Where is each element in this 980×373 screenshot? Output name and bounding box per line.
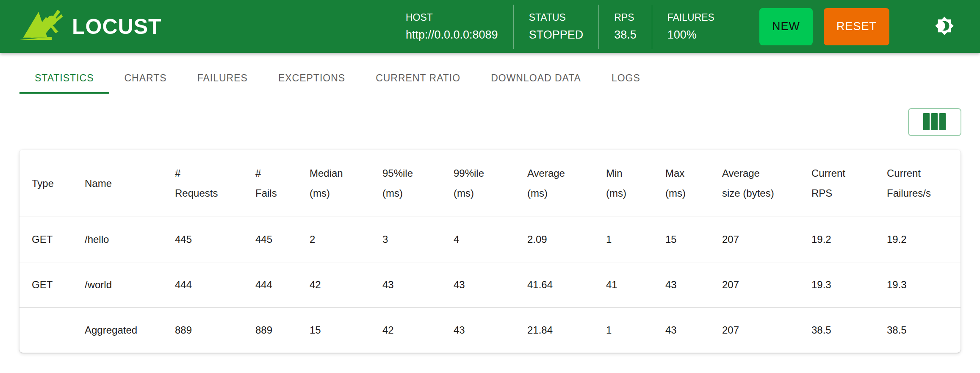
dark-mode-toggle-icon xyxy=(935,16,954,37)
header-stats: HOST http://0.0.0.0:8089 STATUS STOPPED … xyxy=(390,5,730,49)
tab-exceptions[interactable]: EXCEPTIONS xyxy=(263,62,360,94)
locust-logo[interactable]: LOCUST xyxy=(19,8,162,45)
stat-rps-label: RPS xyxy=(614,12,637,23)
cell-current-rps: 19.3 xyxy=(811,262,886,308)
cell-max: 43 xyxy=(665,308,722,353)
cell-min: 1 xyxy=(606,308,665,353)
tab-charts[interactable]: CHARTS xyxy=(109,62,182,94)
cell-99ile: 43 xyxy=(453,262,527,308)
cell-average: 21.84 xyxy=(527,308,606,353)
stat-rps: RPS 38.5 xyxy=(598,5,652,49)
reset-button[interactable]: RESET xyxy=(824,8,889,45)
cell-type xyxy=(19,308,84,353)
cell-median: 15 xyxy=(309,308,382,353)
stat-status: STATUS STOPPED xyxy=(513,5,599,49)
table-toolbar xyxy=(0,108,961,136)
stat-status-label: STATUS xyxy=(529,12,584,23)
table-row-world: GET /world 444 444 42 43 43 41.64 41 43 … xyxy=(19,262,961,308)
stat-failures: FAILURES 100% xyxy=(652,5,730,49)
cell-requests: 445 xyxy=(174,217,255,262)
cell-average: 2.09 xyxy=(527,217,606,262)
cell-fails: 889 xyxy=(255,308,309,353)
columns-icon xyxy=(922,113,947,132)
cell-fails: 444 xyxy=(255,262,309,308)
cell-type: GET xyxy=(19,262,84,308)
cell-name: /hello xyxy=(84,217,174,262)
cell-current-rps: 19.2 xyxy=(811,217,886,262)
cell-99ile: 4 xyxy=(453,217,527,262)
column-header-current-failures: Current Failures/s xyxy=(886,150,961,217)
cell-median: 42 xyxy=(309,262,382,308)
column-header-max: Max (ms) xyxy=(665,150,722,217)
cell-average: 41.64 xyxy=(527,262,606,308)
cell-name: Aggregated xyxy=(84,308,174,353)
cell-current-rps: 38.5 xyxy=(811,308,886,353)
cell-current-failures: 19.3 xyxy=(886,262,961,308)
column-header-requests: # Requests xyxy=(174,150,255,217)
cell-max: 43 xyxy=(665,262,722,308)
cell-99ile: 43 xyxy=(453,308,527,353)
column-header-type: Type xyxy=(19,150,84,217)
appbar: LOCUST HOST http://0.0.0.0:8089 STATUS S… xyxy=(0,0,980,53)
stat-failures-label: FAILURES xyxy=(667,12,714,23)
column-header-95ile: 95%ile (ms) xyxy=(382,150,453,217)
column-header-min: Min (ms) xyxy=(606,150,665,217)
cell-max: 15 xyxy=(665,217,722,262)
column-header-median: Median (ms) xyxy=(309,150,382,217)
tab-current-ratio[interactable]: CURRENT RATIO xyxy=(360,62,476,94)
cell-min: 1 xyxy=(606,217,665,262)
tab-bar: STATISTICS CHARTS FAILURES EXCEPTIONS CU… xyxy=(0,62,980,94)
table-header-row: Type Name # Requests # Fails Median (ms)… xyxy=(19,150,961,217)
statistics-table: Type Name # Requests # Fails Median (ms)… xyxy=(19,150,961,353)
cell-type: GET xyxy=(19,217,84,262)
table-row-aggregated: Aggregated 889 889 15 42 43 21.84 1 43 2… xyxy=(19,308,961,353)
brand-title: LOCUST xyxy=(72,16,162,37)
column-selector-button[interactable] xyxy=(908,108,961,136)
cell-95ile: 3 xyxy=(382,217,453,262)
column-header-99ile: 99%ile (ms) xyxy=(453,150,527,217)
table-row-hello: GET /hello 445 445 2 3 4 2.09 1 15 207 1… xyxy=(19,217,961,262)
column-header-average: Average (ms) xyxy=(527,150,606,217)
cell-requests: 444 xyxy=(174,262,255,308)
new-test-button[interactable]: NEW xyxy=(759,8,813,45)
cell-current-failures: 38.5 xyxy=(886,308,961,353)
cell-current-failures: 19.2 xyxy=(886,217,961,262)
cell-median: 2 xyxy=(309,217,382,262)
column-header-name: Name xyxy=(84,150,174,217)
tab-failures[interactable]: FAILURES xyxy=(182,62,263,94)
tab-logs[interactable]: LOGS xyxy=(596,62,656,94)
cell-avg-size: 207 xyxy=(722,308,811,353)
dark-mode-toggle[interactable] xyxy=(934,17,955,37)
cell-name: /world xyxy=(84,262,174,308)
grasshopper-icon xyxy=(19,8,64,45)
cell-min: 41 xyxy=(606,262,665,308)
cell-fails: 445 xyxy=(255,217,309,262)
column-header-current-rps: Current RPS xyxy=(811,150,886,217)
tab-statistics[interactable]: STATISTICS xyxy=(19,62,109,94)
tab-download-data[interactable]: DOWNLOAD DATA xyxy=(476,62,596,94)
stat-status-value: STOPPED xyxy=(529,28,584,42)
stat-host: HOST http://0.0.0.0:8089 xyxy=(390,5,513,49)
cell-requests: 889 xyxy=(174,308,255,353)
column-header-avg-size: Average size (bytes) xyxy=(722,150,811,217)
stat-host-label: HOST xyxy=(406,12,498,23)
stat-rps-value: 38.5 xyxy=(614,28,637,42)
cell-avg-size: 207 xyxy=(722,217,811,262)
statistics-table-card: Type Name # Requests # Fails Median (ms)… xyxy=(19,150,961,353)
cell-avg-size: 207 xyxy=(722,262,811,308)
stat-host-value: http://0.0.0.0:8089 xyxy=(406,28,498,42)
cell-95ile: 43 xyxy=(382,262,453,308)
column-header-fails: # Fails xyxy=(255,150,309,217)
stat-failures-value: 100% xyxy=(667,28,714,42)
cell-95ile: 42 xyxy=(382,308,453,353)
